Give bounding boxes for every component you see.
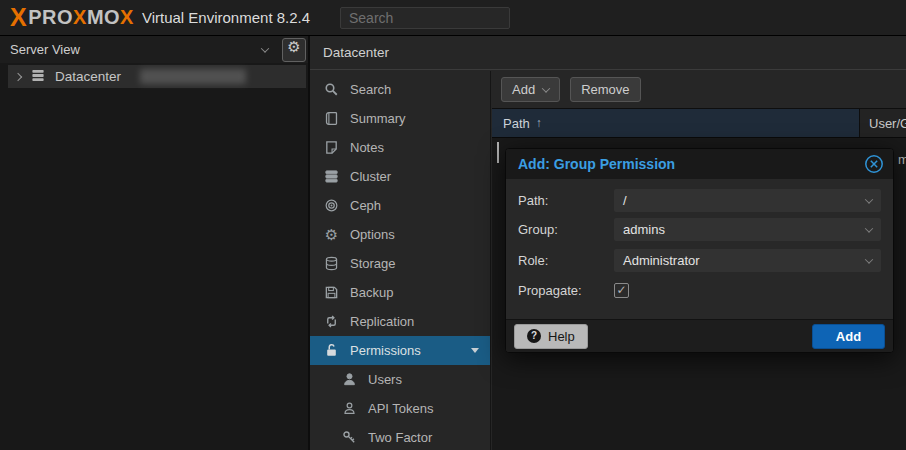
sidebar-settings-button[interactable]: ⚙: [282, 38, 306, 62]
group-select[interactable]: admins: [614, 218, 881, 241]
menu-item-storage[interactable]: Storage: [310, 249, 490, 278]
path-label: Path:: [518, 193, 614, 208]
menu-item-ceph[interactable]: Ceph: [310, 191, 490, 220]
add-group-permission-dialog: Add: Group Permission Path: / Group: adm…: [505, 148, 894, 353]
menu-item-permissions[interactable]: Permissions: [310, 336, 490, 365]
chevron-down-icon: [542, 84, 550, 92]
gear-icon: ⚙: [323, 227, 340, 242]
propagate-row: Propagate: ✓: [518, 282, 881, 298]
search-icon: [323, 82, 340, 97]
help-button[interactable]: ? Help: [514, 324, 588, 349]
tree-item-label: Datacenter: [55, 69, 121, 84]
menu-item-cluster[interactable]: Cluster: [310, 162, 490, 191]
question-icon: ?: [527, 329, 541, 343]
logo-x-icon: X: [10, 3, 27, 32]
menu-item-notes[interactable]: Notes: [310, 133, 490, 162]
path-row: Path: /: [518, 189, 881, 212]
menu-item-two-factor[interactable]: Two Factor: [310, 423, 490, 450]
server-stack-icon: [323, 169, 340, 184]
role-row: Role: Administrator: [518, 249, 881, 272]
user-icon: [341, 372, 358, 387]
menu-item-search[interactable]: Search: [310, 75, 490, 104]
menu-item-backup[interactable]: Backup: [310, 278, 490, 307]
resource-sidebar: Server View ⚙ Datacenter: [0, 36, 310, 450]
user-outline-icon: [341, 401, 358, 416]
table-header: Path ↑ User/G: [492, 108, 906, 138]
unlock-icon: [323, 343, 340, 358]
key-icon: [341, 430, 358, 445]
role-label: Role:: [518, 253, 614, 268]
book-icon: [323, 111, 340, 126]
datacenter-icon: [30, 68, 46, 86]
dialog-titlebar[interactable]: Add: Group Permission: [506, 149, 893, 179]
group-label: Group:: [518, 222, 614, 237]
global-search-input[interactable]: [340, 7, 510, 29]
menu-item-summary[interactable]: Summary: [310, 104, 490, 133]
sort-asc-icon: ↑: [536, 116, 542, 130]
redacted-text: [140, 69, 246, 84]
add-dropdown-button[interactable]: Add: [501, 77, 560, 102]
datacenter-menu: Search Summary Notes Cluster Cep: [310, 71, 491, 450]
role-select[interactable]: Administrator: [614, 249, 881, 272]
dialog-body: Path: / Group: admins Role: Administrato…: [506, 179, 893, 319]
database-icon: [323, 256, 340, 271]
close-icon[interactable]: [864, 154, 884, 174]
menu-item-options[interactable]: ⚙ Options: [310, 220, 490, 249]
propagate-checkbox[interactable]: ✓: [614, 283, 629, 298]
top-bar: XPROXMOX Virtual Environment 8.2.4: [0, 0, 906, 36]
view-selector-combo[interactable]: Server View: [0, 36, 278, 63]
chevron-down-icon: [865, 224, 873, 232]
path-select[interactable]: /: [614, 189, 881, 212]
tree-expander-icon[interactable]: [14, 72, 22, 80]
column-header-user-group[interactable]: User/G: [869, 109, 906, 137]
ceph-icon: [323, 198, 340, 213]
page-title: Datacenter: [310, 36, 906, 70]
proxmox-logo: XPROXMOX: [10, 3, 134, 32]
note-icon: [323, 140, 340, 155]
table-cell-partial: m: [898, 152, 906, 167]
remove-button[interactable]: Remove: [570, 77, 640, 102]
row-focus-indicator: [497, 142, 499, 163]
dialog-add-button[interactable]: Add: [812, 324, 885, 349]
floppy-icon: [323, 285, 340, 300]
dialog-title: Add: Group Permission: [518, 156, 675, 172]
collapse-caret-icon[interactable]: [471, 348, 479, 353]
column-header-path[interactable]: Path ↑: [492, 109, 860, 137]
permissions-toolbar: Add Remove: [492, 71, 906, 108]
version-label: Virtual Environment 8.2.4: [142, 9, 310, 26]
menu-item-api-tokens[interactable]: API Tokens: [310, 394, 490, 423]
propagate-label: Propagate:: [518, 283, 614, 298]
chevron-down-icon: [865, 255, 873, 263]
view-selector-label: Server View: [10, 42, 80, 57]
chevron-down-icon: [261, 44, 269, 52]
proxmox-app: XPROXMOX Virtual Environment 8.2.4 Serve…: [0, 0, 906, 450]
menu-item-replication[interactable]: Replication: [310, 307, 490, 336]
dialog-footer: ? Help Add: [506, 319, 893, 352]
sync-icon: [323, 314, 340, 329]
tree-item-datacenter[interactable]: Datacenter: [8, 65, 306, 88]
menu-item-users[interactable]: Users: [310, 365, 490, 394]
view-selector-bar: Server View ⚙: [0, 36, 308, 63]
group-row: Group: admins: [518, 218, 881, 241]
chevron-down-icon: [865, 195, 873, 203]
